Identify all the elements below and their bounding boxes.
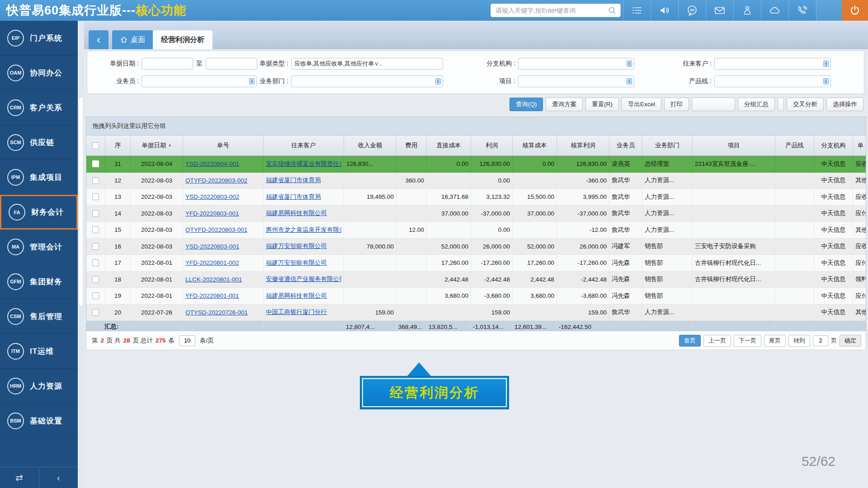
customer-link[interactable]: 福建省厦门市体育局 xyxy=(266,176,321,184)
column-header-income[interactable]: 收入金额 xyxy=(344,136,396,155)
doc_no-link[interactable]: YFD-20220803-001 xyxy=(185,210,239,217)
column-header-product_line[interactable]: 产品线 xyxy=(775,136,814,155)
customer-link[interactable]: 福建省厦门市体育局 xyxy=(266,193,321,201)
doc_no-link[interactable]: YSD-20220804-001 xyxy=(185,160,239,167)
sidebar-item-scm[interactable]: SCM供应链 xyxy=(0,125,78,160)
doc_no-link[interactable]: YSD-20220803-001 xyxy=(185,243,239,250)
search-icon[interactable] xyxy=(608,6,617,15)
group-drop-hint[interactable]: 拖拽列头到这里以用它分组 xyxy=(86,117,866,136)
row-checkbox[interactable] xyxy=(92,309,99,316)
lookup-icon[interactable] xyxy=(823,78,829,84)
page-size-input[interactable] xyxy=(179,335,195,346)
doc_no-link[interactable]: QTYFD-20220803-001 xyxy=(185,226,247,233)
stamp-icon[interactable] xyxy=(733,0,761,21)
项目-input[interactable] xyxy=(518,75,634,87)
lookup-icon[interactable] xyxy=(627,78,632,84)
toolbar-button-分组汇总[interactable]: 分组汇总 xyxy=(738,98,775,111)
toolbar-button-选择操作[interactable]: 选择操作 xyxy=(826,98,863,111)
doc_no-link[interactable]: YFD-20220801-001 xyxy=(185,292,239,299)
单据类型-input[interactable] xyxy=(291,58,443,70)
pager-button-尾页[interactable]: 尾页 xyxy=(764,335,786,347)
lookup-icon[interactable] xyxy=(627,61,632,67)
mail-icon[interactable] xyxy=(706,0,733,21)
row-checkbox[interactable] xyxy=(92,210,99,217)
tab-desktop[interactable]: 桌面 xyxy=(112,30,153,49)
row-checkbox[interactable] xyxy=(92,193,99,200)
row-checkbox[interactable] xyxy=(92,226,99,233)
pager-button-上一页[interactable]: 上一页 xyxy=(703,335,731,347)
blank-button[interactable] xyxy=(778,98,784,111)
row-checkbox[interactable] xyxy=(92,259,99,266)
im-icon[interactable]: IM xyxy=(678,0,706,21)
row-checkbox[interactable] xyxy=(92,160,99,167)
swap-icon[interactable]: ⇄ xyxy=(0,467,39,488)
customer-link[interactable]: 安徽省通信产业服务有限公司 xyxy=(266,275,341,283)
power-icon[interactable] xyxy=(842,0,868,21)
column-header-doc_type[interactable]: 单 xyxy=(853,136,866,155)
toolbar-button-交叉分析[interactable]: 交叉分析 xyxy=(787,98,824,111)
customer-link[interactable]: 福建易网科技有限公司 xyxy=(266,292,327,300)
customer-link[interactable]: 福建万安智能有限公司 xyxy=(266,259,327,267)
list-icon[interactable] xyxy=(623,0,651,21)
sidebar-item-fa[interactable]: FA财务会计 xyxy=(0,195,78,230)
column-header-doc_no[interactable]: 单号 xyxy=(183,136,264,155)
sidebar-item-bsm[interactable]: BSM基础设置 xyxy=(0,404,78,438)
row-checkbox[interactable] xyxy=(92,292,99,299)
column-header-customer[interactable]: 往来客户 xyxy=(264,136,344,155)
toolbar-button-导出Excel[interactable]: 导出Excel xyxy=(622,98,661,111)
lookup-icon[interactable] xyxy=(435,78,441,84)
select-all-checkbox[interactable] xyxy=(92,142,99,149)
doc_no-link[interactable]: LLCK-20220801-001 xyxy=(185,276,242,283)
doc_no-link[interactable]: YFD-20220801-002 xyxy=(185,259,239,266)
pager-button-转到[interactable]: 转到 xyxy=(788,335,810,347)
doc_no-link[interactable]: QTYFD-20220803-002 xyxy=(185,177,247,184)
sidebar-item-itm[interactable]: ITMIT运维 xyxy=(0,334,78,369)
column-header-direct_cost[interactable]: 直接成本 xyxy=(427,136,471,155)
customer-link[interactable]: 惠州市龙之泉温泉开发有限公... xyxy=(266,226,341,234)
toolbar-button-查询方案[interactable]: 查询方案 xyxy=(546,98,583,111)
column-header-salesman[interactable]: 业务员 xyxy=(609,136,642,155)
toolbar-button-重置(R)[interactable]: 重置(R) xyxy=(585,98,619,111)
产品线-input[interactable] xyxy=(714,75,831,87)
sidebar-item-ma[interactable]: MA管理会计 xyxy=(0,230,78,264)
sidebar-item-hrm[interactable]: HRM人力资源 xyxy=(0,369,78,404)
column-header-profit[interactable]: 利润 xyxy=(471,136,513,155)
column-header-seq[interactable]: 序 xyxy=(105,136,131,155)
date-from-input[interactable] xyxy=(142,58,193,70)
doc_no-link[interactable]: QTYSD-20220726-001 xyxy=(185,309,248,316)
sidebar-item-oam[interactable]: OAM协同办公 xyxy=(0,56,78,90)
pager-button-下一页[interactable]: 下一页 xyxy=(734,335,761,347)
分支机构-input[interactable] xyxy=(518,58,634,70)
column-header-branch[interactable]: 分支机构 xyxy=(814,136,853,155)
goto-page-input[interactable] xyxy=(813,335,828,346)
column-header-project[interactable]: 项目 xyxy=(693,136,775,155)
blank-button[interactable] xyxy=(692,98,735,111)
header-checkbox-cell[interactable] xyxy=(86,136,105,155)
collapse-icon[interactable]: ‹ xyxy=(39,467,78,488)
sidebar-item-crm[interactable]: CRM客户关系 xyxy=(0,90,78,125)
sidebar-item-eip[interactable]: EIP门户系统 xyxy=(0,21,78,56)
sidebar-item-gfm[interactable]: GFM集团财务 xyxy=(0,264,78,299)
blank-slot[interactable] xyxy=(816,0,842,21)
customer-link[interactable]: 中国工商银行厦门分行 xyxy=(266,308,327,316)
pager-button-确定[interactable]: 确定 xyxy=(840,335,861,347)
column-header-acc_cost[interactable]: 核算成本 xyxy=(513,136,557,155)
lookup-icon[interactable] xyxy=(823,61,829,67)
sidebar-item-ipm[interactable]: IPM集成项目 xyxy=(0,160,78,195)
customer-link[interactable]: 宜宾骏继洪骥置业有限责任公... xyxy=(266,160,341,168)
cloud-icon[interactable] xyxy=(761,0,788,21)
pager-button-首页[interactable]: 首页 xyxy=(679,335,701,347)
往来客户-input[interactable] xyxy=(714,58,831,70)
row-checkbox[interactable] xyxy=(92,276,99,283)
业务部门-input[interactable] xyxy=(291,75,443,87)
speaker-icon[interactable] xyxy=(651,0,678,21)
tab-profit-analysis[interactable]: 经营利润分析 xyxy=(153,30,212,49)
row-checkbox[interactable] xyxy=(92,243,99,250)
customer-link[interactable]: 福建万安智能有限公司 xyxy=(266,242,327,250)
column-header-acc_profit[interactable]: 核算利润 xyxy=(557,136,609,155)
row-checkbox[interactable] xyxy=(92,177,99,184)
search-input[interactable] xyxy=(495,6,608,14)
sidebar-item-csm[interactable]: CSM售后管理 xyxy=(0,299,78,334)
column-header-fee[interactable]: 费用 xyxy=(396,136,427,155)
toolbar-button-查询(Q)[interactable]: 查询(Q) xyxy=(509,98,543,111)
